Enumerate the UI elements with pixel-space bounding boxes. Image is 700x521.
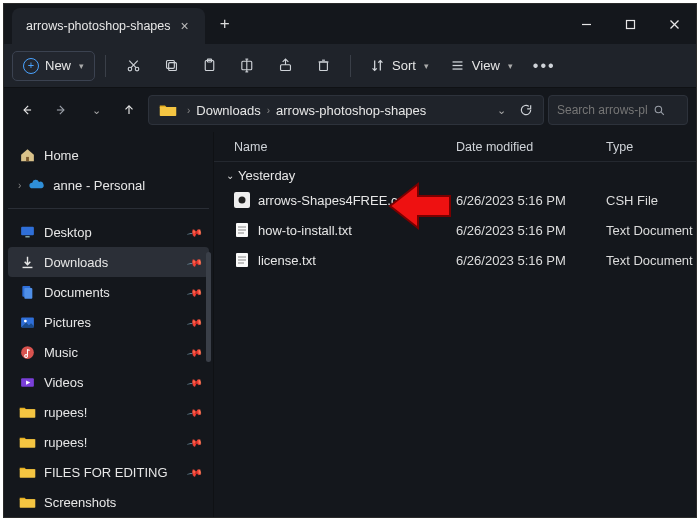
cut-button[interactable]	[116, 51, 150, 81]
tab-title: arrows-photoshop-shapes	[26, 19, 171, 33]
sidebar-item-music[interactable]: Music 📌	[8, 337, 209, 367]
navigation-row: ⌄ › Downloads › arrows-photoshop-shapes …	[4, 88, 696, 132]
pin-icon: 📌	[187, 464, 203, 480]
folder-icon	[18, 493, 36, 511]
file-row[interactable]: arrows-Shapes4FREE.csh 6/26/2023 5:16 PM…	[214, 185, 696, 215]
window-tab[interactable]: arrows-photoshop-shapes ×	[12, 8, 205, 44]
sidebar-scrollbar[interactable]	[206, 252, 211, 362]
sidebar-item-folder[interactable]: FILES FOR EDITING 📌	[8, 457, 209, 487]
maximize-button[interactable]	[608, 4, 652, 44]
back-button[interactable]	[12, 95, 42, 125]
sidebar-onedrive[interactable]: › anne - Personal	[8, 170, 209, 200]
group-label: Yesterday	[238, 168, 295, 183]
pin-icon: 📌	[187, 404, 203, 420]
svg-rect-9	[166, 61, 174, 69]
cloud-icon	[27, 176, 45, 194]
new-button[interactable]: + New ▾	[12, 51, 95, 81]
chevron-down-icon: ▾	[508, 61, 513, 71]
copy-button[interactable]	[154, 51, 188, 81]
close-button[interactable]	[652, 4, 696, 44]
paste-button[interactable]	[192, 51, 226, 81]
sidebar-item-label: rupees!	[44, 405, 87, 420]
txt-file-icon	[234, 222, 250, 238]
tab-close-icon[interactable]: ×	[179, 18, 191, 34]
sidebar-item-videos[interactable]: Videos 📌	[8, 367, 209, 397]
col-name[interactable]: Name	[234, 140, 456, 154]
col-type[interactable]: Type	[606, 140, 696, 154]
chevron-right-icon: ›	[263, 105, 274, 116]
group-header[interactable]: ⌄ Yesterday	[214, 162, 696, 185]
recent-button[interactable]: ⌄	[80, 95, 110, 125]
svg-rect-29	[21, 226, 34, 235]
sort-button[interactable]: Sort ▾	[361, 51, 437, 81]
sidebar-item-documents[interactable]: Documents 📌	[8, 277, 209, 307]
file-type: Text Document	[606, 223, 696, 238]
svg-rect-28	[26, 156, 29, 160]
column-headers[interactable]: Name Date modified Type	[214, 132, 696, 162]
forward-button[interactable]	[46, 95, 76, 125]
file-row[interactable]: how-to-install.txt 6/26/2023 5:16 PM Tex…	[214, 215, 696, 245]
view-icon	[449, 57, 466, 74]
refresh-button[interactable]	[513, 97, 539, 123]
file-date: 6/26/2023 5:16 PM	[456, 193, 606, 208]
svg-point-39	[239, 197, 246, 204]
sidebar-item-desktop[interactable]: Desktop 📌	[8, 217, 209, 247]
sidebar-home[interactable]: Home	[8, 140, 209, 170]
breadcrumb-current[interactable]: arrows-photoshop-shapes	[274, 103, 428, 118]
new-label: New	[45, 58, 71, 73]
up-button[interactable]	[114, 95, 144, 125]
sidebar-item-label: FILES FOR EDITING	[44, 465, 168, 480]
sidebar-item-folder[interactable]: rupees! 📌	[8, 397, 209, 427]
svg-rect-1	[626, 20, 634, 28]
file-list: Name Date modified Type ⌄ Yesterday arro…	[214, 132, 696, 517]
sidebar-item-folder[interactable]: rupees! 📌	[8, 427, 209, 457]
more-button[interactable]: •••	[525, 51, 564, 81]
desktop-icon	[18, 223, 36, 241]
music-icon	[18, 343, 36, 361]
address-dropdown[interactable]: ⌄	[487, 97, 513, 123]
home-icon	[18, 146, 36, 164]
svg-rect-33	[24, 288, 32, 299]
pin-icon: 📌	[187, 344, 203, 360]
svg-rect-8	[168, 63, 176, 71]
pin-icon: 📌	[187, 434, 203, 450]
address-bar[interactable]: › Downloads › arrows-photoshop-shapes ⌄	[148, 95, 544, 125]
breadcrumb-downloads[interactable]: Downloads	[194, 103, 262, 118]
file-date: 6/26/2023 5:16 PM	[456, 253, 606, 268]
svg-rect-17	[319, 62, 327, 71]
file-row[interactable]: license.txt 6/26/2023 5:16 PM Text Docum…	[214, 245, 696, 275]
sidebar-item-folder[interactable]: Screenshots	[8, 487, 209, 517]
titlebar: arrows-photoshop-shapes × +	[4, 4, 696, 44]
sidebar: Home › anne - Personal Desktop 📌 Downloa…	[4, 132, 214, 517]
sidebar-item-pictures[interactable]: Pictures 📌	[8, 307, 209, 337]
chevron-right-icon: ›	[183, 105, 194, 116]
sidebar-item-label: Pictures	[44, 315, 91, 330]
folder-icon	[18, 433, 36, 451]
search-input[interactable]	[557, 103, 647, 117]
pin-icon: 📌	[187, 254, 203, 270]
search-icon	[653, 104, 666, 117]
sidebar-item-downloads[interactable]: Downloads 📌	[8, 247, 209, 277]
rename-button[interactable]	[230, 51, 264, 81]
pin-icon: 📌	[187, 374, 203, 390]
sidebar-item-label: Documents	[44, 285, 110, 300]
new-tab-button[interactable]: +	[205, 4, 245, 44]
svg-point-35	[23, 319, 26, 322]
share-button[interactable]	[268, 51, 302, 81]
videos-icon	[18, 373, 36, 391]
sort-label: Sort	[392, 58, 416, 73]
search-box[interactable]	[548, 95, 688, 125]
sidebar-item-label: Screenshots	[44, 495, 116, 510]
col-date[interactable]: Date modified	[456, 140, 606, 154]
download-icon	[18, 253, 36, 271]
view-button[interactable]: View ▾	[441, 51, 521, 81]
sidebar-onedrive-label: anne - Personal	[53, 178, 145, 193]
minimize-button[interactable]	[564, 4, 608, 44]
documents-icon	[18, 283, 36, 301]
delete-button[interactable]	[306, 51, 340, 81]
sidebar-item-label: Videos	[44, 375, 84, 390]
svg-line-27	[661, 112, 664, 115]
file-name: arrows-Shapes4FREE.csh	[258, 193, 411, 208]
file-date: 6/26/2023 5:16 PM	[456, 223, 606, 238]
plus-icon: +	[23, 58, 39, 74]
